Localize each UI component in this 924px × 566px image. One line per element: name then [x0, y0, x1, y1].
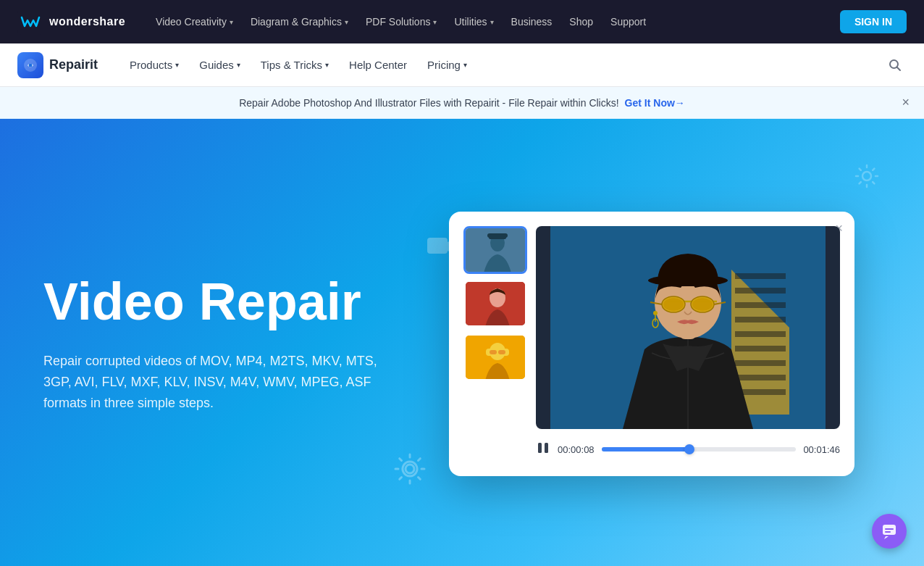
svg-rect-23 [735, 273, 786, 279]
time-current: 00:00:08 [558, 444, 595, 455]
svg-rect-0 [17, 9, 43, 35]
chevron-down-icon: ▾ [237, 61, 240, 69]
video-thumbnails [463, 226, 527, 462]
svg-line-4 [897, 67, 901, 70]
logo-text: wondershare [49, 15, 125, 28]
nav-pdf-solutions[interactable]: PDF Solutions ▾ [358, 12, 444, 32]
chevron-down-icon: ▾ [325, 61, 329, 69]
svg-point-43 [653, 311, 658, 315]
video-preview [536, 226, 840, 429]
gear-deco-icon-2 [853, 162, 881, 196]
svg-rect-29 [735, 360, 786, 366]
svg-rect-26 [735, 317, 786, 322]
chevron-down-icon: ▾ [175, 61, 179, 69]
video-thumb-2[interactable] [463, 280, 527, 328]
nav-video-creativity[interactable]: Video Creativity ▾ [148, 12, 240, 32]
subnav-pricing[interactable]: Pricing ▾ [419, 54, 476, 75]
progress-thumb [684, 444, 694, 454]
video-thumb-1[interactable] [463, 226, 527, 274]
video-card-inner: 00:00:08 00:01:46 [463, 226, 840, 462]
subnav-products[interactable]: Products ▾ [121, 54, 188, 75]
search-button[interactable] [883, 54, 907, 77]
video-progress-bar[interactable] [602, 447, 797, 451]
nav-support[interactable]: Support [603, 12, 653, 32]
svg-point-36 [663, 298, 684, 311]
video-player-card: × [449, 212, 854, 476]
chevron-down-icon: ▾ [433, 18, 437, 26]
time-total: 00:01:46 [803, 444, 840, 455]
svg-rect-5 [427, 238, 448, 254]
gear-deco-icon-1 [391, 450, 429, 496]
svg-rect-19 [490, 350, 497, 354]
wondershare-logo[interactable]: wondershare [17, 9, 125, 35]
hero-title: Video Repair [43, 273, 449, 330]
subnav-guides[interactable]: Guides ▾ [190, 54, 249, 75]
svg-rect-47 [545, 443, 548, 453]
svg-rect-27 [735, 331, 786, 337]
brand-name: Repairit [49, 57, 98, 72]
repairit-brand[interactable]: Repairit [17, 52, 98, 78]
hero-content: Video Repair Repair corrupted videos of … [43, 273, 449, 414]
sub-nav-links: Products ▾ Guides ▾ Tips & Tricks ▾ Help… [121, 54, 883, 75]
sub-nav: Repairit Products ▾ Guides ▾ Tips & Tric… [0, 43, 924, 87]
progress-fill [602, 447, 689, 451]
chevron-down-icon: ▾ [490, 18, 494, 26]
svg-rect-46 [538, 443, 542, 453]
top-nav: wondershare Video Creativity ▾ Diagram &… [0, 0, 924, 43]
banner-text: Repair Adobe Photoshop And Illustrator F… [239, 97, 618, 109]
svg-rect-30 [735, 375, 786, 380]
subnav-tips-tricks[interactable]: Tips & Tricks ▾ [252, 54, 337, 75]
nav-business[interactable]: Business [504, 12, 560, 32]
nav-diagram-graphics[interactable]: Diagram & Graphics ▾ [243, 12, 356, 32]
svg-point-2 [29, 63, 33, 67]
svg-rect-12 [487, 233, 508, 238]
top-nav-links: Video Creativity ▾ Diagram & Graphics ▾ … [148, 12, 817, 32]
sign-in-button[interactable]: SIGN IN [840, 10, 907, 33]
nav-shop[interactable]: Shop [562, 12, 600, 32]
svg-rect-50 [885, 531, 891, 533]
chevron-down-icon: ▾ [230, 18, 233, 26]
svg-rect-24 [735, 288, 786, 294]
svg-point-38 [692, 298, 713, 311]
chevron-down-icon: ▾ [463, 61, 467, 69]
repairit-logo-icon [17, 52, 43, 78]
banner-close-button[interactable]: × [902, 95, 910, 110]
subnav-help-center[interactable]: Help Center [340, 54, 416, 75]
svg-point-8 [862, 172, 871, 180]
video-thumb-3[interactable] [463, 333, 527, 381]
svg-rect-49 [885, 528, 894, 530]
svg-rect-28 [735, 346, 786, 351]
svg-rect-20 [498, 350, 505, 354]
video-main-area: 00:00:08 00:01:46 [536, 226, 840, 462]
nav-utilities[interactable]: Utilities ▾ [447, 12, 500, 32]
video-controls: 00:00:08 00:01:46 [536, 438, 840, 462]
hero-description: Repair corrupted videos of MOV, MP4, M2T… [43, 351, 406, 413]
chat-support-button[interactable] [872, 514, 907, 549]
banner-cta[interactable]: Get It Now→ [625, 97, 685, 109]
svg-rect-25 [735, 302, 786, 308]
promo-banner: Repair Adobe Photoshop And Illustrator F… [0, 87, 924, 119]
chevron-down-icon: ▾ [345, 18, 348, 26]
svg-point-7 [406, 465, 414, 473]
pause-button[interactable] [536, 441, 550, 459]
hero-section: Video Repair Repair corrupted videos of … [0, 119, 924, 566]
